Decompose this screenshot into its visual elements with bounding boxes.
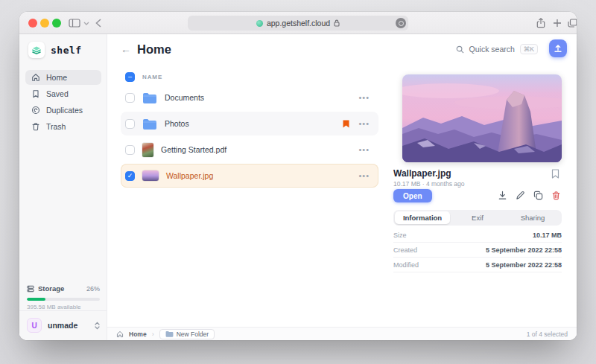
info-value: 5 September 2022 22:58 bbox=[486, 246, 562, 254]
download-icon[interactable] bbox=[498, 191, 507, 200]
row-menu-button[interactable]: ••• bbox=[358, 119, 370, 128]
user-menu[interactable]: U unmade bbox=[27, 316, 100, 335]
storage-progressbar bbox=[27, 298, 100, 301]
sidebar-toggle-icon[interactable] bbox=[69, 19, 80, 28]
row-menu-button[interactable]: ••• bbox=[358, 171, 370, 180]
file-row-getting-started-pdf[interactable]: Getting Started.pdf ••• bbox=[121, 138, 378, 162]
lock-icon bbox=[334, 19, 340, 27]
new-tab-icon[interactable] bbox=[553, 19, 562, 28]
search-icon bbox=[456, 45, 464, 54]
sidebar-item-trash[interactable]: Trash bbox=[25, 119, 101, 134]
tab-exif[interactable]: Exif bbox=[450, 211, 505, 224]
desktop-background: app.getshelf.cloud s bbox=[0, 0, 596, 364]
folder-icon bbox=[142, 92, 157, 103]
row-checkbox[interactable]: ✓ bbox=[125, 171, 135, 181]
upload-button[interactable] bbox=[549, 39, 567, 57]
url-text: app.getshelf.cloud bbox=[267, 19, 330, 28]
info-row-modified: Modified 5 September 2022 22:58 bbox=[393, 258, 562, 272]
tab-sharing[interactable]: Sharing bbox=[505, 211, 560, 224]
open-button[interactable]: Open bbox=[393, 189, 432, 202]
user-name: unmade bbox=[48, 321, 77, 330]
detail-file-name: Wallpaper.jpg bbox=[393, 168, 451, 179]
shelf-app: shelf Home Saved bbox=[19, 34, 577, 340]
file-name: Getting Started.pdf bbox=[161, 145, 226, 154]
sidebar: shelf Home Saved bbox=[19, 34, 107, 340]
search-label: Quick search bbox=[469, 45, 515, 54]
image-preview[interactable] bbox=[402, 74, 562, 162]
bookmarked-icon bbox=[343, 120, 349, 128]
app-name: shelf bbox=[51, 45, 82, 56]
detail-file-meta: 10.17 MB · 4 months ago bbox=[393, 180, 464, 188]
row-menu-button[interactable]: ••• bbox=[358, 93, 370, 102]
minimize-window-button[interactable] bbox=[40, 19, 49, 28]
browser-toolbar: app.getshelf.cloud bbox=[19, 12, 577, 34]
pdf-thumbnail bbox=[142, 143, 153, 157]
image-thumbnail bbox=[142, 170, 159, 181]
file-row-wallpaper-jpg[interactable]: ✓ Wallpaper.jpg ••• bbox=[121, 164, 378, 188]
folder-icon bbox=[142, 118, 157, 130]
avatar: U bbox=[27, 318, 42, 333]
new-folder-label: New Folder bbox=[177, 331, 209, 338]
back-navigation-icon[interactable] bbox=[95, 19, 101, 28]
sidebar-item-label: Trash bbox=[46, 122, 66, 131]
tab-information[interactable]: Information bbox=[395, 211, 450, 224]
user-selector-icon bbox=[95, 322, 100, 330]
trash-icon bbox=[31, 122, 40, 131]
row-menu-button[interactable]: ••• bbox=[358, 145, 370, 154]
share-icon[interactable] bbox=[536, 18, 545, 28]
info-row-size: Size 10.17 MB bbox=[393, 228, 562, 243]
chevron-down-icon[interactable] bbox=[83, 22, 89, 25]
folder-icon bbox=[165, 331, 174, 337]
shelf-logo-icon bbox=[28, 42, 45, 58]
select-all-checkbox[interactable]: – bbox=[125, 72, 135, 82]
storage-widget: Storage 26% 395.58 MB available bbox=[27, 284, 100, 310]
quick-search-button[interactable]: Quick search ⌘K bbox=[456, 44, 538, 54]
sidebar-item-home[interactable]: Home bbox=[25, 70, 101, 85]
row-checkbox[interactable] bbox=[125, 119, 135, 129]
site-favicon bbox=[256, 20, 263, 27]
zoom-window-button[interactable] bbox=[52, 19, 61, 28]
home-icon bbox=[31, 73, 40, 82]
file-name: Wallpaper.jpg bbox=[166, 171, 213, 180]
info-value: 10.17 MB bbox=[533, 232, 562, 239]
sidebar-item-label: Home bbox=[46, 73, 67, 82]
file-row-documents[interactable]: Documents ••• bbox=[121, 86, 378, 109]
storage-percent: 26% bbox=[86, 285, 100, 293]
breadcrumb-separator: › bbox=[152, 331, 154, 338]
bookmark-toggle-icon[interactable] bbox=[551, 169, 559, 179]
file-row-photos[interactable]: Photos ••• bbox=[121, 112, 378, 135]
copy-icon[interactable] bbox=[533, 191, 543, 200]
search-shortcut: ⌘K bbox=[520, 44, 538, 54]
breadcrumb-home[interactable]: Home bbox=[129, 331, 147, 338]
info-row-created: Created 5 September 2022 22:58 bbox=[393, 243, 562, 258]
edit-icon[interactable] bbox=[516, 191, 525, 200]
check-mark: ✓ bbox=[127, 173, 133, 179]
sidebar-divider bbox=[19, 310, 107, 311]
address-bar[interactable]: app.getshelf.cloud bbox=[188, 16, 408, 31]
breadcrumb-new-folder[interactable]: New Folder bbox=[159, 329, 215, 339]
sidebar-item-label: Saved bbox=[46, 89, 69, 98]
duplicates-icon bbox=[31, 106, 40, 115]
page-title: Home bbox=[137, 42, 171, 57]
info-value: 5 September 2022 22:58 bbox=[486, 261, 562, 269]
file-name: Photos bbox=[165, 119, 189, 128]
bookmark-icon bbox=[31, 89, 40, 98]
storage-available: 395.58 MB available bbox=[27, 304, 100, 310]
app-logo[interactable]: shelf bbox=[28, 42, 82, 58]
tab-overview-icon[interactable] bbox=[568, 19, 577, 28]
sidebar-item-duplicates[interactable]: Duplicates bbox=[25, 103, 101, 118]
reader-badge-icon[interactable] bbox=[396, 18, 406, 28]
row-checkbox[interactable] bbox=[125, 93, 135, 103]
list-header: – NAME bbox=[125, 72, 162, 82]
close-window-button[interactable] bbox=[28, 19, 37, 28]
sidebar-item-label: Duplicates bbox=[46, 106, 83, 115]
row-checkbox[interactable] bbox=[125, 145, 135, 155]
delete-icon[interactable] bbox=[551, 191, 561, 200]
storage-progress-fill bbox=[27, 298, 45, 301]
indeterminate-mark: – bbox=[128, 74, 132, 80]
sidebar-item-saved[interactable]: Saved bbox=[25, 86, 101, 101]
info-label: Size bbox=[393, 232, 407, 239]
back-button[interactable]: ← bbox=[121, 43, 131, 55]
browser-window: app.getshelf.cloud s bbox=[19, 12, 577, 340]
detail-tabs: Information Exif Sharing bbox=[393, 210, 562, 226]
